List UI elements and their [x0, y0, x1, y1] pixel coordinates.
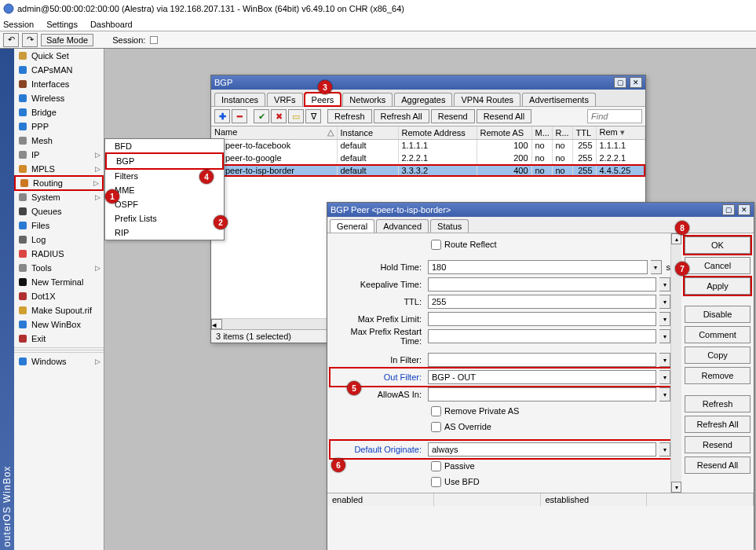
menu-session[interactable]: Session — [3, 20, 34, 29]
peer-tab-advanced[interactable]: Advanced — [376, 219, 429, 233]
marker-6: 6 — [331, 458, 345, 472]
submenu-item-bgp[interactable]: BGP — [107, 154, 222, 168]
sidebar-item-wireless[interactable]: Wireless — [14, 91, 104, 105]
comment-button[interactable]: Comment — [685, 326, 751, 343]
add-button[interactable]: ✚ — [214, 109, 230, 123]
hold-time-field[interactable] — [428, 260, 648, 274]
bgp-tab-instances[interactable]: Instances — [214, 93, 265, 106]
comment-button[interactable]: ▭ — [288, 109, 304, 123]
sidebar-item-mesh[interactable]: Mesh — [14, 134, 104, 148]
peer-window-titlebar[interactable]: BGP Peer <peer-to-isp-border> ▢ ✕ — [327, 203, 754, 217]
col-instance[interactable]: Instance — [337, 126, 398, 139]
filter-button[interactable]: ∇ — [305, 109, 321, 123]
col-remote-address[interactable]: Remote Address — [398, 126, 477, 139]
ok-button[interactable]: OK — [685, 236, 751, 254]
sidebar-item-make-supout-rif[interactable]: Make Supout.rif — [14, 303, 104, 317]
sidebar-item-tools[interactable]: Tools▷ — [14, 261, 104, 275]
disable-button[interactable]: ✖ — [271, 109, 287, 123]
apply-button[interactable]: Apply — [685, 277, 751, 295]
redo-button[interactable]: ↷ — [22, 33, 38, 47]
resend-all-button[interactable]: Resend All — [477, 109, 532, 123]
max-prefix-field[interactable] — [428, 312, 656, 326]
bgp-tab-vpn4-routes[interactable]: VPN4 Routes — [454, 93, 520, 106]
copy-button[interactable]: Copy — [685, 346, 751, 364]
enable-button[interactable]: ✔ — [254, 109, 269, 123]
sidebar-item-files[interactable]: Files — [14, 218, 104, 233]
sidebar-item-exit[interactable]: Exit — [14, 332, 104, 346]
menu-icon — [17, 79, 28, 90]
bgp-tab-networks[interactable]: Networks — [342, 93, 393, 106]
out-filter-field[interactable] — [428, 370, 656, 384]
col-ttl[interactable]: TTL — [572, 126, 596, 139]
undo-button[interactable]: ↶ — [3, 33, 19, 47]
sidebar-item-routing[interactable]: Routing▷ — [14, 175, 104, 191]
max-prefix-restart-field[interactable] — [428, 329, 656, 343]
menu-settings[interactable]: Settings — [46, 20, 78, 29]
sidebar-item-quick-set[interactable]: Quick Set — [14, 49, 104, 63]
bgp-tab-aggregates[interactable]: Aggregates — [394, 93, 452, 106]
sidebar-item-bridge[interactable]: Bridge — [14, 105, 104, 119]
remove-button[interactable]: ━ — [232, 109, 247, 123]
resend-button[interactable]: Resend — [431, 109, 475, 123]
resend-button[interactable]: Resend — [685, 436, 751, 453]
peer-tab-status[interactable]: Status — [430, 219, 469, 233]
route-reflect-checkbox[interactable] — [431, 240, 441, 250]
sidebar-item-windows[interactable]: Windows▷ — [14, 354, 104, 368]
safe-mode-button[interactable]: Safe Mode — [41, 34, 93, 46]
col-name[interactable]: Name △ — [211, 126, 337, 139]
sidebar-item-new-winbox[interactable]: New WinBox — [14, 317, 104, 332]
disable-button[interactable]: Disable — [685, 306, 751, 323]
col-remote-as[interactable]: Remote AS — [477, 126, 531, 139]
col-r-[interactable]: R... — [552, 126, 572, 139]
find-input[interactable] — [587, 109, 642, 123]
bgp-tab-vrfs[interactable]: VRFs — [267, 93, 303, 106]
sidebar-item-capsman[interactable]: CAPsMAN — [14, 63, 104, 77]
peer-row[interactable]: peer-to-isp-borderdefault3.3.3.2400nono2… — [211, 164, 645, 177]
submenu-item-rip[interactable]: RIP — [105, 226, 224, 240]
submenu-item-bfd[interactable]: BFD — [105, 139, 224, 153]
ttl-field[interactable] — [428, 295, 656, 309]
bgp-window-titlebar[interactable]: BGP ▢ ✕ — [211, 75, 645, 90]
sidebar-item-ppp[interactable]: PPP — [14, 119, 104, 134]
in-filter-field[interactable] — [428, 353, 656, 367]
as-override-checkbox[interactable] — [431, 422, 441, 432]
bgp-tab-peers[interactable]: Peers — [305, 93, 341, 106]
submenu-item-mme[interactable]: MME — [105, 183, 224, 197]
bgp-tab-advertisements[interactable]: Advertisements — [522, 93, 596, 106]
sidebar-item-radius[interactable]: RADIUS — [14, 247, 104, 261]
sidebar-item-queues[interactable]: Queues — [14, 204, 104, 218]
sidebar-item-mpls[interactable]: MPLS▷ — [14, 162, 104, 176]
refresh-button[interactable]: Refresh — [327, 109, 372, 123]
refresh-all-button[interactable]: Refresh All — [374, 109, 429, 123]
minimize-icon[interactable]: ▢ — [614, 77, 626, 88]
passive-checkbox[interactable] — [431, 461, 441, 471]
refresh-all-button[interactable]: Refresh All — [685, 416, 751, 433]
submenu-item-ospf[interactable]: OSPF — [105, 197, 224, 211]
sidebar-item-dot1x[interactable]: Dot1X — [14, 289, 104, 303]
sidebar-item-new-terminal[interactable]: New Terminal — [14, 275, 104, 289]
allowas-field[interactable] — [428, 387, 656, 402]
peer-tab-general[interactable]: General — [330, 219, 374, 233]
sidebar-item-log[interactable]: Log — [14, 233, 104, 247]
col-m-[interactable]: M... — [531, 126, 552, 139]
remove-button[interactable]: Remove — [685, 367, 751, 384]
peer-row[interactable]: peer-to-facebookdefault1.1.1.1100nono255… — [211, 139, 645, 152]
close-icon[interactable]: ✕ — [630, 77, 642, 88]
col-rem[interactable]: Rem ▾ — [596, 126, 645, 139]
close-icon[interactable]: ✕ — [738, 204, 751, 215]
sidebar-item-ip[interactable]: IP▷ — [14, 148, 104, 162]
cancel-button[interactable]: Cancel — [685, 257, 751, 274]
sidebar-item-system[interactable]: System▷ — [14, 190, 104, 204]
keepalive-field[interactable] — [428, 277, 656, 292]
use-bfd-checkbox[interactable] — [431, 477, 441, 487]
refresh-button[interactable]: Refresh — [685, 395, 751, 412]
remove-private-as-checkbox[interactable] — [431, 406, 441, 416]
default-originate-field[interactable] — [428, 442, 656, 456]
submenu-item-prefix-lists[interactable]: Prefix Lists — [105, 211, 224, 226]
menu-dashboard[interactable]: Dashboard — [90, 20, 133, 29]
peer-row[interactable]: peer-to-googledefault2.2.2.1200nono2552.… — [211, 152, 645, 164]
dd-icon[interactable]: ▾ — [651, 260, 662, 274]
sidebar-item-interfaces[interactable]: Interfaces — [14, 77, 104, 91]
resend-all-button[interactable]: Resend All — [685, 456, 751, 474]
minimize-icon[interactable]: ▢ — [722, 204, 735, 215]
